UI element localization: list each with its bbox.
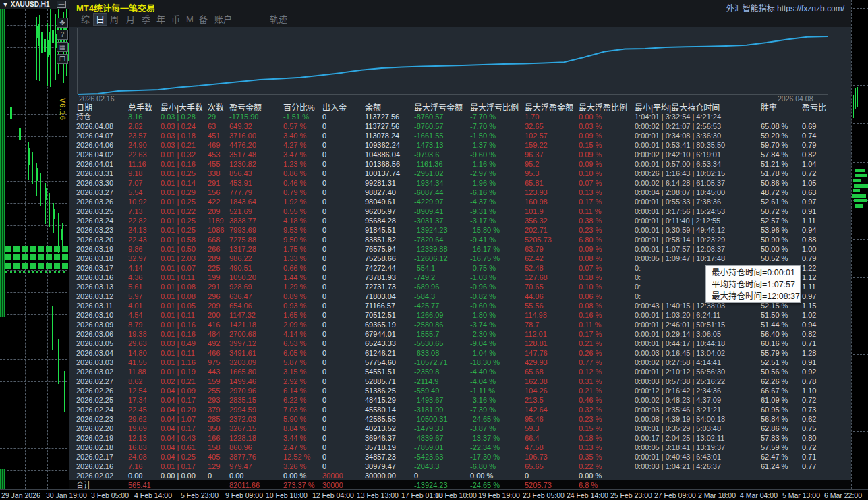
- candle: [52, 30, 54, 43]
- cell-time[interactable]: 0:00:08 | 4:39:19 | 54:00:18: [635, 414, 725, 424]
- cell-time[interactable]: 0:00:01 | 3:17:56 | 15:24:53: [635, 206, 725, 216]
- cell-maxdd: -2043.3: [414, 462, 439, 471]
- cell-maxddpct: 0.00 %: [470, 471, 493, 480]
- cell-time[interactable]: 0:00:03 | 1:04:21 | 4:26:37: [635, 462, 721, 471]
- cell-time[interactable]: 0:00:01 | 0:40:43 | 6:43:01: [635, 452, 721, 462]
- cell-time[interactable]: 0:00:01 | 0:57:00 | 6:53:34: [635, 159, 721, 169]
- cell-time[interactable]: 0:00:03 | 0:35:46 | 3:21:21: [635, 405, 721, 414]
- window-icon[interactable]: ❐: [57, 54, 68, 64]
- grid-icon[interactable]: ▦: [57, 42, 68, 52]
- cell-pnl: 636.47: [229, 291, 252, 301]
- cell-time[interactable]: 0:00:01 | 0:30:59 | 49:46:12: [635, 225, 725, 235]
- cell-time[interactable]: 0:00:01 | 0:53:41 | 80:35:50: [635, 140, 725, 150]
- cell-inout: 0: [322, 169, 326, 178]
- cell-time[interactable]: 0:00:02 | 0:27:58 | 4:14:41: [635, 358, 721, 367]
- candle-cluster: [853, 179, 861, 182]
- minimize-button[interactable]: —: [57, 1, 66, 8]
- move-icon[interactable]: ✥: [57, 18, 68, 28]
- candle: [49, 32, 51, 55]
- cell-time[interactable]: 0:00:01 | 2:46:01 | 50:51:15: [635, 320, 725, 329]
- cell-pct: 2.09 %: [283, 320, 306, 329]
- cell-time[interactable]: 0:00:01 | 0:11:40 | 2:12:55: [635, 216, 720, 225]
- cell-time[interactable]: 0:00:05 | 3:18:41 | 13:19:37: [635, 443, 725, 452]
- gridline: [853, 431, 868, 432]
- dropdown-arrow-icon: ▼: [2, 1, 11, 8]
- candle: [53, 209, 55, 219]
- cell-time[interactable]: 0:00:01 | 0:44:17 | 10:44:18: [635, 339, 725, 348]
- menu-item-6[interactable]: 年: [155, 14, 167, 25]
- cell-time[interactable]: 0:00:01 | 1:03:20 | 6:24:11: [635, 310, 720, 320]
- cell-time[interactable]: 0:00:02 | 0:48:23 | 4:37:09: [635, 395, 721, 405]
- cell-minmax: 0.01 | 1.16: [161, 358, 196, 367]
- cell-time[interactable]: 0:: [635, 273, 641, 282]
- menu-item-11[interactable]: 轨迹: [268, 14, 289, 25]
- cell-lots: 4.14: [128, 263, 142, 273]
- cell-time[interactable]: 0:00:01 | 0:55:33 | 7:38:36: [635, 197, 721, 206]
- cell-date: 2026.02.19: [76, 433, 113, 443]
- menu-item-2[interactable]: 日: [93, 13, 107, 26]
- cell-time[interactable]: 0:: [635, 263, 641, 273]
- cell-inout: 0: [322, 254, 326, 263]
- cell-inout: 0: [322, 405, 326, 414]
- cell-time[interactable]: 0:00:01 | 0:35:29 | 5:03:48: [635, 424, 721, 433]
- cell-time[interactable]: 0:00:02 | 0:21:07 | 2:56:53: [635, 121, 721, 131]
- cell-time[interactable]: 0:00:03 | 0:57:38 | 25:16:22: [635, 377, 725, 386]
- cell-time[interactable]: 0:00:05 | 1:09:47 | 10:17:48: [635, 254, 725, 263]
- cell-time[interactable]: 0:: [635, 282, 641, 291]
- cell-time[interactable]: 0:00:04 | 2:08:07 | 10:45:00: [635, 188, 725, 197]
- cell-time[interactable]: 0:00:17 | 2:04:25 | 13:02:11: [635, 433, 724, 443]
- menu-item-10[interactable]: 账户: [213, 14, 233, 25]
- cell-time[interactable]: 0:00:01 | 1:07:57 | 12:08:37: [635, 244, 725, 254]
- background-chart-left: [0, 0, 69, 489]
- menu-item-5[interactable]: 季: [140, 14, 152, 25]
- table-row: 2026.03.0529.630.03 | 0.494923997.126.53…: [69, 339, 851, 348]
- time-axis[interactable]: 29 Jan 202630 Jan 19:003 Feb 05:004 Feb …: [0, 489, 868, 500]
- cell-maxdd: -425.77: [414, 301, 439, 310]
- cell-time[interactable]: 0:00:02 | 6:14:28 | 61:05:37: [635, 178, 725, 188]
- cell-maxfppct: 0.15 %: [579, 424, 602, 433]
- column-header-balance: 余额: [365, 101, 381, 113]
- cell-pnl: 1230.82: [229, 159, 256, 169]
- cell-maxddpct: -4.04 %: [470, 377, 496, 386]
- help-icon[interactable]: ?: [57, 30, 68, 40]
- cell-time[interactable]: 0:00:01 | 0:29:14 | 3:06:05: [635, 329, 721, 339]
- cell-time[interactable]: 0:00:03 | 0:16:45 | 13:04:02: [635, 348, 725, 358]
- cell-time[interactable]: 1:04:01 | 3:32:54 | 4:21:24: [635, 112, 721, 121]
- cell-maxdd: -2951.02: [414, 169, 443, 178]
- candle: [863, 81, 863, 99]
- time-axis-label: 10 Feb 18:00: [266, 491, 308, 499]
- cell-winrate: 50.52 %: [761, 254, 788, 263]
- cell-inout: 0: [322, 443, 326, 452]
- cell-count: 466: [208, 348, 220, 358]
- menu-item-4[interactable]: 月: [125, 14, 136, 25]
- candle-cluster: [30, 246, 36, 252]
- cell-time[interactable]: 0:00:02 | 0:42:10 | 6:19:01: [635, 150, 721, 159]
- cell-time[interactable]: 0:00:01 | 0:34:08 | 3:36:30: [635, 131, 721, 140]
- cell-pnl: 3203.09: [229, 358, 256, 367]
- candle: [36, 168, 38, 181]
- menu-item-7[interactable]: 币: [170, 14, 181, 25]
- menu-item-8[interactable]: M: [185, 14, 195, 25]
- cell-maxfppct: 0.18 %: [579, 273, 602, 282]
- cell-date: 2026.03.17: [76, 263, 113, 273]
- cell-minmax: 0.04 | 0.43: [161, 433, 196, 443]
- menu-item-9[interactable]: 备: [198, 14, 209, 25]
- cell-plratio: 0.72: [802, 395, 816, 405]
- cell-time[interactable]: 0:00:01 | 2:10:12 | 56:56:30: [635, 367, 725, 377]
- cell-count: 255: [208, 386, 220, 395]
- menu-item-3[interactable]: 周: [109, 14, 120, 25]
- cell-time[interactable]: 0:00:12 | 0:16:42 | 2:34:36: [635, 386, 721, 395]
- period-menubar: 综日周月季年币M备账户轨迹: [69, 12, 851, 27]
- cell-maxfppct: 0.31 %: [579, 377, 602, 386]
- candle-cluster: [54, 246, 60, 252]
- cell-minmax: 0.01 | 0.58: [161, 235, 196, 244]
- gridline: [0, 448, 67, 449]
- candle: [61, 229, 63, 240]
- candle-cluster: [22, 246, 28, 252]
- cell-time[interactable]: 0:00:26 | 1:16:43 | 10:02:15: [635, 169, 725, 178]
- cell-time[interactable]: 0:: [635, 291, 641, 301]
- cell-pct: 2.92 %: [283, 377, 306, 386]
- menu-item-1[interactable]: 综: [80, 14, 91, 25]
- candle-cluster: [45, 271, 47, 273]
- cell-time[interactable]: 0:00:01 | 0:58:14 | 10:23:29: [635, 235, 725, 244]
